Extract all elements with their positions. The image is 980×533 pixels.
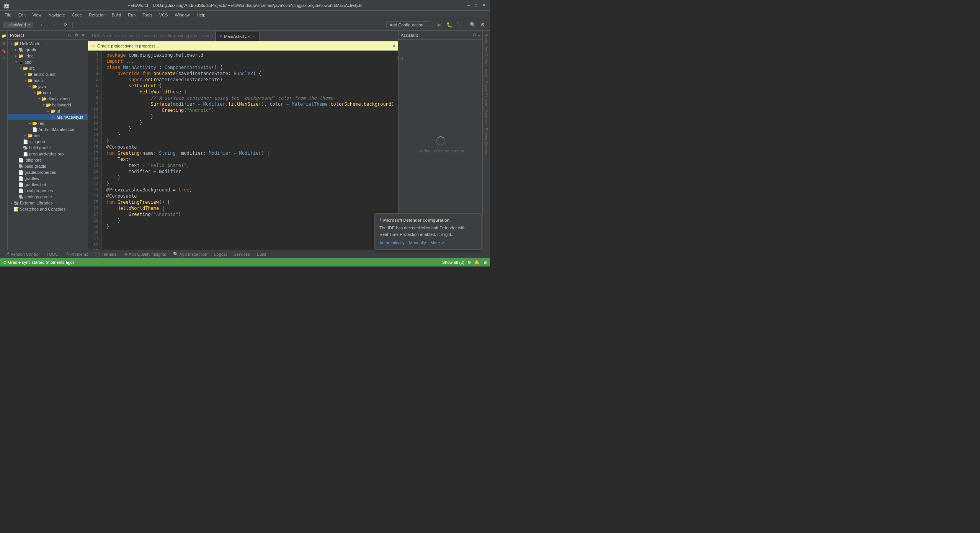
tree-item-helloworld[interactable]: ▾📁HelloWorld	[8, 41, 88, 47]
collapse-all-icon[interactable]: ⊟	[67, 33, 72, 38]
tree-item-build-gradle[interactable]: 🐘build.gradle	[8, 163, 88, 169]
tree-item-src[interactable]: ▾📂src	[8, 65, 88, 71]
tab-close-icon[interactable]: ✕	[252, 34, 255, 39]
code-container[interactable]: 1 2 3 4 5 6 7 8 9 10 11 12 13 14 15 16 1…	[88, 51, 398, 250]
forward-button[interactable]: →	[48, 21, 57, 29]
code-line-40: HelloWorldTheme {	[106, 205, 398, 211]
running-devices-tab[interactable]: Running Devices	[484, 126, 489, 155]
stop-button[interactable]: ⬛	[455, 21, 464, 29]
close-button[interactable]: ✕	[481, 2, 487, 8]
close-panel-icon[interactable]: ✕	[80, 33, 85, 38]
menu-tools[interactable]: Tools	[139, 12, 155, 18]
tab-app-inspection[interactable]: 🔍 App Inspection	[170, 250, 211, 258]
menu-build[interactable]: Build	[109, 12, 124, 18]
status-settings-icon[interactable]: ⚙	[467, 260, 471, 265]
tab-app-quality-insights[interactable]: ◈ App Quality Insights	[121, 250, 169, 258]
tree-item-com[interactable]: ▾📂com	[8, 90, 88, 96]
code-content[interactable]: package com.dingjiaxiong.helloworld impo…	[102, 51, 398, 250]
tree-item-label: java	[38, 84, 46, 89]
notification-bell-icon[interactable]: 🔔	[474, 260, 480, 265]
tab-mainactivity[interactable]: K MainActivity.kt ✕	[216, 32, 260, 41]
tree-file-icon: 📄	[23, 151, 28, 157]
app-quality-insights-tab[interactable]: App Quality Insights	[484, 45, 489, 79]
assistant-tab[interactable]: Assistant	[484, 109, 489, 126]
menu-navigate[interactable]: Navigate	[45, 12, 68, 18]
notification-popup: ℹ Microsoft Defender configuration The I…	[374, 213, 482, 250]
menu-vcs[interactable]: VCS	[156, 12, 171, 18]
device-manager-tab[interactable]: Device Manager	[484, 80, 489, 108]
menu-window[interactable]: Window	[172, 12, 193, 18]
tab-logcat[interactable]: Logcat	[211, 250, 230, 258]
back-button[interactable]: ←	[38, 21, 47, 29]
tree-item-helloworld[interactable]: ▾📂helloworld	[8, 102, 88, 108]
tree-item-label: androidTest	[34, 72, 56, 77]
menu-view[interactable]: View	[29, 12, 45, 18]
tree-item-gradlew[interactable]: 📄gradlew	[8, 175, 88, 181]
bookmarks-icon[interactable]: 🔖	[0, 47, 7, 54]
project-dropdown[interactable]: HelloWorld ▼	[3, 22, 33, 28]
minimize-button[interactable]: –	[466, 2, 472, 8]
build-variants-icon[interactable]: ⊞	[0, 55, 7, 62]
tree-item--idea[interactable]: ▸📂.idea	[8, 53, 88, 59]
tree-item-local-properties[interactable]: 📄local.properties	[8, 188, 88, 194]
gradle-sync-status[interactable]: ⚙ Gradle sync started (moments ago)	[3, 260, 74, 265]
tree-item-mainactivity-kt[interactable]: KMainActivity.kt	[8, 114, 88, 120]
menu-help[interactable]: Help	[194, 12, 209, 18]
sync-button[interactable]: ⟳	[62, 21, 70, 29]
tree-item-build-gradle[interactable]: 🐘build.gradle	[8, 145, 88, 151]
tree-item-java[interactable]: ▾📂java	[8, 83, 88, 90]
notification-close-button[interactable]: ×	[393, 44, 395, 48]
tree-file-icon: 🐘	[23, 145, 28, 150]
structure-icon[interactable]: ⊟	[0, 40, 7, 47]
sync-text: Gradle sync started (moments ago)	[8, 260, 74, 265]
tree-item-androidmanifest-xml[interactable]: 📄AndroidManifest.xml	[8, 126, 88, 132]
search-everywhere-button[interactable]: 🔍	[469, 21, 477, 29]
assistant-settings-icon[interactable]: ⚙	[472, 33, 476, 38]
menu-run[interactable]: Run	[125, 12, 139, 18]
tree-item-test[interactable]: ▸📂test	[8, 132, 88, 139]
tree-item-label: External Libraries	[20, 201, 53, 205]
run-config-button[interactable]: Add Configuration...	[386, 21, 430, 28]
tree-item-proguard-rules-pro[interactable]: 📄proguard-rules.pro	[8, 151, 88, 157]
tree-item--gradle[interactable]: ▸🐘.gradle	[8, 47, 88, 53]
tab-problems[interactable]: ⚠ Problems	[62, 250, 91, 258]
menu-refactor[interactable]: Refactor	[86, 12, 108, 18]
menu-file[interactable]: File	[2, 12, 15, 18]
maximize-button[interactable]: □	[473, 2, 479, 8]
tree-item-app[interactable]: ▾📱app	[8, 59, 88, 65]
tab-build[interactable]: Build	[254, 250, 269, 258]
run-button[interactable]: ▶	[435, 21, 444, 29]
settings-button[interactable]: ⚙	[479, 21, 487, 29]
assistant-hide-icon[interactable]: –	[478, 33, 480, 38]
device-icon[interactable]: 🖥	[483, 260, 487, 265]
tree-item-gradle-properties[interactable]: 📄gradle.properties	[8, 169, 88, 175]
version-control-icon: ⎇	[5, 252, 10, 257]
tree-item-main[interactable]: ▾📂main	[8, 77, 88, 83]
tree-item-ui[interactable]: ▸📂ui	[8, 108, 88, 114]
settings-panel-icon[interactable]: ⚙	[74, 33, 79, 38]
code-line-26: }	[106, 132, 398, 138]
tree-item-external-libraries[interactable]: ▸📚External Libraries	[8, 200, 88, 206]
manual-configure-link[interactable]: Manually	[409, 240, 426, 245]
auto-configure-link[interactable]: Automatically	[379, 240, 404, 245]
tree-item-settings-gradle[interactable]: 🐘settings.gradle	[8, 194, 88, 200]
tree-item-dingjiaxiong[interactable]: ▾📂dingjiaxiong	[8, 96, 88, 102]
tree-item-gradlew-bat[interactable]: 📄gradlew.bat	[8, 181, 88, 188]
project-view-icon[interactable]: 📁	[0, 32, 7, 39]
more-link[interactable]: More ↗	[430, 240, 444, 245]
menu-edit[interactable]: Edit	[15, 12, 29, 18]
show-all-label[interactable]: Show all (2)	[442, 260, 464, 265]
menu-code[interactable]: Code	[69, 12, 85, 18]
code-line-39: fun GreetingPreview() {	[106, 199, 398, 205]
debug-button[interactable]: 🐛	[445, 21, 454, 29]
tab-services[interactable]: Services	[231, 250, 253, 258]
tree-item-scratches-and-consoles[interactable]: 📝Scratches and Consoles	[8, 206, 88, 212]
tab-todo[interactable]: TODO	[43, 250, 62, 258]
tree-item-res[interactable]: ▸📂res	[8, 120, 88, 126]
guide-tab[interactable]: Guide	[484, 32, 489, 44]
tab-version-control[interactable]: ⎇ Version Control	[2, 250, 42, 258]
tree-item--gitignore[interactable]: 📄.gitignore	[8, 139, 88, 145]
tab-terminal[interactable]: ⬛ Terminal	[92, 250, 121, 258]
tree-item--gitignore[interactable]: 📄.gitignore	[8, 157, 88, 163]
tree-item-androidtest[interactable]: ▸📂androidTest	[8, 71, 88, 77]
